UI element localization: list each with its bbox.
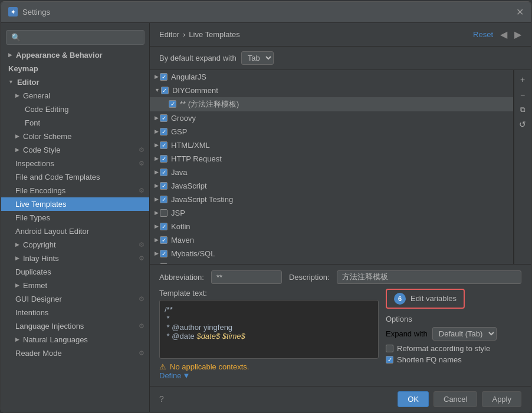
ok-button[interactable]: OK bbox=[398, 391, 429, 407]
sidebar-item-editor[interactable]: ▼ Editor bbox=[1, 75, 149, 89]
sidebar-item-label: File and Code Templates bbox=[15, 173, 100, 181]
template-group-label: HTML/XML bbox=[171, 141, 210, 150]
template-group-label: HTTP Request bbox=[171, 154, 222, 163]
chevron-right-icon: ▶ bbox=[155, 250, 159, 256]
checkbox-diycomment[interactable]: ✓ bbox=[161, 87, 169, 94]
remove-template-button[interactable]: − bbox=[517, 88, 528, 102]
template-group-javascript-testing[interactable]: ▶ ✓ JavaScript Testing bbox=[150, 193, 513, 206]
revert-template-button[interactable]: ↺ bbox=[517, 117, 528, 131]
template-group-html-xml[interactable]: ▶ ✓ HTML/XML bbox=[150, 138, 513, 152]
template-group-kotlin[interactable]: ▶ ✓ Kotlin bbox=[150, 220, 513, 233]
sidebar-item-emmet[interactable]: ▶ Emmet bbox=[1, 279, 149, 292]
chevron-right-icon: ▶ bbox=[155, 142, 159, 148]
sidebar-item-live-templates[interactable]: Live Templates bbox=[1, 197, 149, 211]
apply-button[interactable]: Apply bbox=[482, 391, 521, 407]
template-group-diycomment[interactable]: ▼ ✓ DIYComment bbox=[150, 84, 513, 97]
template-text-label: Template text: bbox=[159, 289, 379, 298]
close-button[interactable]: ✕ bbox=[516, 6, 524, 18]
sidebar-item-inspections[interactable]: Inspections ⚙ bbox=[1, 157, 149, 170]
template-options-section: 6 Edit variables Options Expand with Def… bbox=[386, 289, 521, 380]
sidebar-item-general[interactable]: ▶ General bbox=[1, 89, 149, 103]
checkbox-javascript[interactable]: ✓ bbox=[160, 182, 168, 190]
template-group-gsp[interactable]: ▶ ✓ GSP bbox=[150, 125, 513, 138]
sidebar-item-label: Code Style bbox=[23, 146, 61, 154]
template-item-diycomment-sub[interactable]: ✓ ** (方法注释模板) bbox=[150, 97, 513, 111]
templates-area: ▶ ✓ AngularJS ▼ ✓ DIYComment ✓ ** (方法注释模… bbox=[150, 70, 531, 264]
search-input[interactable] bbox=[6, 30, 145, 45]
checkbox-groovy[interactable]: ✓ bbox=[160, 114, 168, 122]
gear-icon: ⚙ bbox=[139, 349, 145, 357]
sidebar-item-appearance[interactable]: ▶ Appearance & Behavior bbox=[1, 48, 149, 62]
template-group-java[interactable]: ▶ ✓ Java bbox=[150, 166, 513, 179]
template-group-javascript[interactable]: ▶ ✓ JavaScript bbox=[150, 179, 513, 193]
help-button[interactable]: ? bbox=[159, 394, 164, 404]
checkbox-javascript-testing[interactable]: ✓ bbox=[160, 196, 168, 203]
template-group-mybatis[interactable]: ▶ ✓ Mybatis/SQL bbox=[150, 247, 513, 260]
sidebar-item-file-code-templates[interactable]: File and Code Templates bbox=[1, 170, 149, 184]
expand-select[interactable]: Tab bbox=[241, 51, 274, 65]
sidebar-item-natural-languages[interactable]: ▶ Natural Languages bbox=[1, 333, 149, 346]
checkbox-sub[interactable]: ✓ bbox=[169, 100, 176, 108]
options-title: Options bbox=[386, 315, 521, 323]
copy-template-button[interactable]: ⧉ bbox=[517, 103, 528, 116]
description-label: Description: bbox=[289, 273, 330, 282]
expand-with-select[interactable]: Default (Tab) bbox=[432, 327, 497, 341]
checkbox-html-xml[interactable]: ✓ bbox=[160, 141, 168, 149]
description-input[interactable] bbox=[337, 270, 521, 284]
template-group-label: Maven bbox=[171, 236, 194, 245]
checkbox-gsp[interactable]: ✓ bbox=[160, 128, 168, 136]
template-group-http-request[interactable]: ▶ ✓ HTTP Request bbox=[150, 152, 513, 166]
template-group-groovy[interactable]: ▶ ✓ Groovy bbox=[150, 111, 513, 125]
sidebar-item-label: Language Injections bbox=[15, 322, 84, 331]
template-group-label: Kotlin bbox=[171, 222, 191, 231]
edit-variables-button[interactable]: 6 Edit variables bbox=[386, 289, 465, 309]
checkbox-jsp[interactable] bbox=[160, 209, 168, 217]
template-text-area[interactable]: /** * * @author yingfeng * @date $date$ … bbox=[159, 300, 379, 359]
checkbox-kotlin[interactable]: ✓ bbox=[160, 223, 168, 230]
template-group-angularjs[interactable]: ▶ ✓ AngularJS bbox=[150, 70, 513, 84]
template-group-jsp[interactable]: ▶ JSP bbox=[150, 206, 513, 220]
reformat-checkbox[interactable] bbox=[386, 345, 393, 352]
shorten-fq-checkbox[interactable]: ✓ bbox=[386, 356, 393, 364]
reformat-label: Reformat according to style bbox=[397, 344, 490, 353]
sidebar-item-color-scheme[interactable]: ▶ Color Scheme bbox=[1, 130, 149, 143]
reset-button[interactable]: Reset bbox=[473, 30, 493, 39]
checkbox-http-request[interactable]: ✓ bbox=[160, 155, 168, 163]
checkbox-maven[interactable]: ✓ bbox=[160, 236, 168, 244]
sidebar-item-keymap[interactable]: Keymap bbox=[1, 62, 149, 75]
template-group-maven[interactable]: ▶ ✓ Maven bbox=[150, 233, 513, 247]
abbreviation-input[interactable] bbox=[211, 270, 282, 284]
gear-icon: ⚙ bbox=[139, 295, 145, 303]
sidebar-item-file-encodings[interactable]: File Encodings ⚙ bbox=[1, 184, 149, 197]
checkbox-angularjs[interactable]: ✓ bbox=[160, 73, 168, 81]
sidebar-item-file-types[interactable]: File Types bbox=[1, 211, 149, 224]
sidebar-item-gui-designer[interactable]: GUI Designer ⚙ bbox=[1, 292, 149, 306]
sidebar-item-code-editing[interactable]: Code Editing bbox=[1, 103, 149, 116]
no-context-text: No applicable contexts. bbox=[170, 362, 249, 371]
cancel-button[interactable]: Cancel bbox=[434, 391, 477, 407]
sidebar-item-copyright[interactable]: ▶ Copyright ⚙ bbox=[1, 238, 149, 252]
sidebar-item-reader-mode[interactable]: Reader Mode ⚙ bbox=[1, 346, 149, 360]
checkbox-mybatis[interactable]: ✓ bbox=[160, 250, 168, 257]
forward-button[interactable]: ▶ bbox=[514, 29, 521, 40]
edit-variables-label: Edit variables bbox=[411, 294, 457, 303]
templates-list: ▶ ✓ AngularJS ▼ ✓ DIYComment ✓ ** (方法注释模… bbox=[150, 70, 514, 264]
sidebar-item-language-injections[interactable]: Language Injections ⚙ bbox=[1, 319, 149, 333]
expand-label: By default expand with bbox=[159, 54, 237, 62]
sidebar-item-android-layout[interactable]: Android Layout Editor bbox=[1, 224, 149, 238]
checkbox-java[interactable]: ✓ bbox=[160, 168, 168, 176]
sidebar-item-inlay-hints[interactable]: ▶ Inlay Hints ⚙ bbox=[1, 252, 149, 265]
sidebar-item-font[interactable]: Font bbox=[1, 116, 149, 130]
define-link[interactable]: Define ▼ bbox=[159, 371, 379, 380]
breadcrumb: Editor › Live Templates bbox=[159, 30, 240, 39]
sidebar-item-duplicates[interactable]: Duplicates bbox=[1, 265, 149, 279]
sidebar-item-intentions[interactable]: Intentions bbox=[1, 306, 149, 319]
back-button[interactable]: ◀ bbox=[500, 29, 507, 40]
expand-with-row: Expand with Default (Tab) bbox=[386, 327, 521, 341]
add-template-button[interactable]: + bbox=[517, 72, 528, 87]
sidebar-item-code-style[interactable]: ▶ Code Style ⚙ bbox=[1, 143, 149, 157]
breadcrumb-separator: › bbox=[183, 30, 185, 39]
template-group-label: Groovy bbox=[171, 114, 196, 123]
chevron-right-icon: ▶ bbox=[8, 52, 12, 58]
gear-icon: ⚙ bbox=[139, 322, 145, 330]
